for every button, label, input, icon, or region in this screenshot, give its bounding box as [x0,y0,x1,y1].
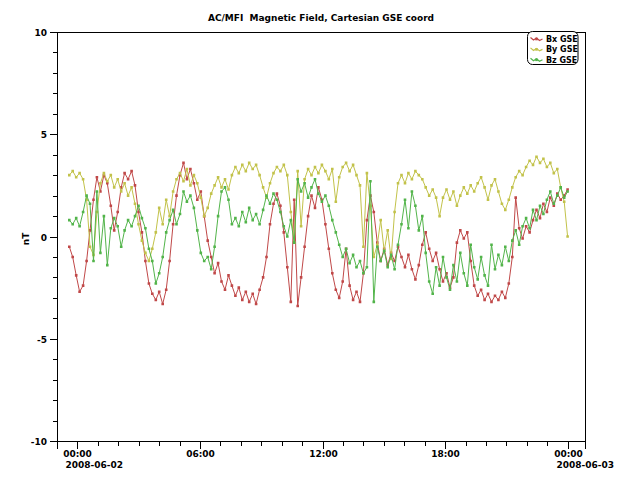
x-tick-label: 18:00 [431,449,460,459]
legend-swatch-marker [535,38,538,41]
legend-swatch-marker [535,48,538,51]
y-axis-label: nT [21,232,31,245]
x-tick-date-label: 2008-06-03 [557,460,615,470]
series-line-bx-gse [69,163,567,306]
series-line-bz-gse [69,179,567,302]
y-tick-label: 0 [41,233,47,243]
legend-swatch-marker [535,59,538,62]
y-tick-label: -5 [37,335,47,345]
chart-title: AC/MFI Magnetic Field, Cartesian GSE coo… [208,13,434,23]
plot-frame [58,33,586,442]
x-tick-label: 12:00 [309,449,338,459]
series-layer [68,155,569,307]
legend-label: Bx GSE [546,35,578,44]
x-tick-label: 00:00 [554,449,583,459]
magnetic-field-chart: 1050-5-1000:002008-06-0206:0012:0018:000… [0,0,640,480]
x-tick-date-label: 2008-06-02 [66,460,124,470]
plot-window: 1050-5-1000:002008-06-0206:0012:0018:000… [0,0,640,480]
axes-layer: 1050-5-1000:002008-06-0206:0012:0018:000… [31,28,614,471]
y-tick-label: 10 [34,28,47,38]
legend: Bx GSEBy GSEBz GSE [528,32,579,65]
legend-label: By GSE [546,45,578,54]
legend-label: Bz GSE [546,56,577,65]
y-tick-label: -10 [31,437,47,447]
x-tick-label: 00:00 [63,449,92,459]
x-tick-label: 06:00 [186,449,215,459]
y-tick-label: 5 [41,130,47,140]
series-markers-bx-gse [68,162,569,308]
